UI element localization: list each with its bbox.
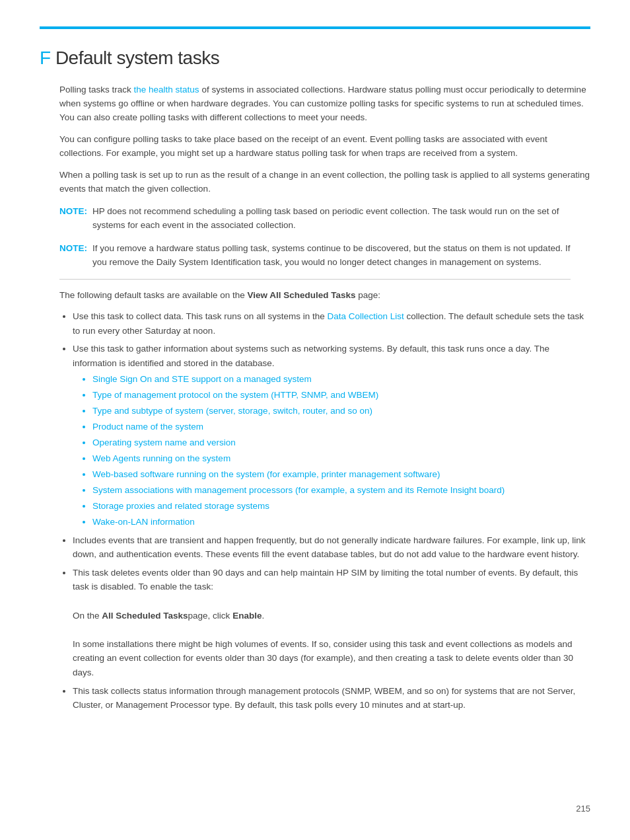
note-1-text: HP does not recommend scheduling a polli… [92,205,571,233]
all-scheduled-tasks-bold: All Scheduled Tasks [102,611,188,621]
bullet-item-2: Use this task to gather information abou… [73,342,590,529]
sub-bullet-list: Single Sign On and STE support on a mana… [92,373,590,529]
view-all-tasks-bold: View All Scheduled Tasks [247,290,355,300]
section-divider [59,279,571,280]
enable-bold: Enable [232,611,262,621]
note-1: NOTE: HP does not recommend scheduling a… [59,205,571,233]
main-bullet-list: Use this task to collect data. This task… [73,309,590,712]
sub-item-8: System associations with management proc… [92,484,590,498]
bullet-item-5: This task collects status information th… [73,684,590,712]
following-line: The following default tasks are availabl… [59,289,590,303]
data-collection-list-link[interactable]: Data Collection List [327,311,403,321]
sub-item-7: Web-based software running on the system… [92,468,590,482]
sub-item-6: Web Agents running on the system [92,452,590,466]
sub-item-2: Type of management protocol on the syste… [92,389,590,402]
health-status-link[interactable]: the health status [134,85,199,95]
bullet-item-1: Use this task to collect data. This task… [73,309,590,338]
sub-item-10: Wake-on-LAN information [92,515,590,529]
sub-item-5: Operating system name and version [92,436,590,450]
note-2-label: NOTE: [59,242,87,256]
note-1-label: NOTE: [59,205,87,219]
intro-paragraph-2: You can configure polling tasks to take … [59,133,590,161]
top-accent-border [40,26,590,29]
sub-item-1: Single Sign On and STE support on a mana… [92,373,590,387]
bullet-item-3: Includes events that are transient and h… [73,533,590,562]
enable-instruction: On the All Scheduled Taskspage, click En… [73,611,264,621]
bullet-2-intro: Use this task to gather information abou… [73,344,549,368]
sub-item-3: Type and subtype of system (server, stor… [92,404,590,418]
page-title: F Default system tasks [40,48,590,69]
bullet-item-4: This task deletes events older than 90 d… [73,566,590,680]
sub-item-9: Storage proxies and related storage syst… [92,500,590,514]
enable-paragraph: In some installations there might be hig… [73,639,573,677]
chapter-letter: F [40,48,51,68]
intro-paragraph-1: Polling tasks track the health status of… [59,83,590,125]
page-number: 215 [576,804,590,814]
note-2: NOTE: If you remove a hardware status po… [59,242,571,270]
sub-item-4: Product name of the system [92,420,590,434]
note-2-text: If you remove a hardware status polling … [92,242,571,270]
intro-paragraph-3: When a polling task is set up to run as … [59,169,590,196]
